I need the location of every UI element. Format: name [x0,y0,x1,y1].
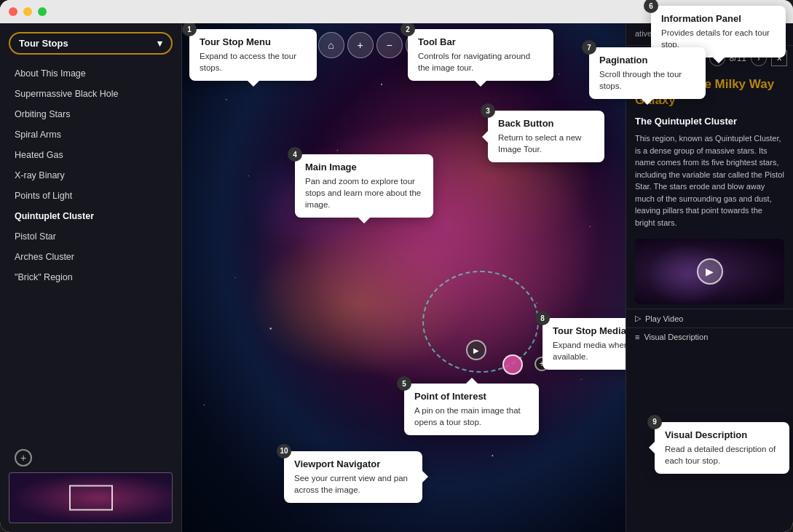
list-item[interactable]: About This Image [0,63,181,84]
add-poi-button[interactable]: + [534,357,549,371]
list-item[interactable]: Pistol Star [0,226,181,247]
visual-description-link[interactable]: ≡ Visual Description [626,327,793,346]
main-container: Tour Stops ▾ About This Image Supermassi… [0,23,793,532]
back-button[interactable]: ↩ [464,32,490,58]
right-panel: atives Vide ‹ 8/11 › ✕ Center of the Mil… [626,23,793,532]
title-bar [0,0,793,23]
minimize-window-btn[interactable] [23,7,32,16]
pagination-total: 11 [737,53,746,63]
list-item[interactable]: Spiral Arms [0,124,181,145]
pagination-display: 8/11 [730,53,746,63]
app-frame: Tour Stops ▾ About This Image Supermassi… [0,0,793,532]
pagination-prev-button[interactable]: ‹ [709,50,725,66]
tab-video[interactable]: Vide [668,23,690,45]
play-video-link[interactable]: ▷ Play Video [626,309,793,327]
zoom-in-button[interactable]: + [347,32,374,58]
panel-subtitle: The Quintuplet Cluster [626,111,793,130]
sidebar: Tour Stops ▾ About This Image Supermassi… [0,23,182,532]
media-play-button[interactable]: ▶ [697,258,723,285]
panel-media-thumbnail[interactable]: ▶ [635,239,784,304]
list-item[interactable]: X-ray Binary [0,165,181,186]
stars-visual [182,23,626,532]
visual-description-label: Visual Description [644,333,708,341]
list-item[interactable]: Heated Gas [0,145,181,165]
tab-narratives[interactable]: atives [632,23,659,45]
list-item[interactable]: Arches Cluster [0,247,181,267]
main-image[interactable]: ⌂ + − ◉ ⛶ ↩ ▶ + [182,23,626,532]
panel-description: This region, known as Quintuplet Cluster… [626,130,793,234]
list-item[interactable]: Supermassive Black Hole [0,84,181,104]
viewport-box [69,485,113,511]
add-tour-stop-button[interactable]: + [15,449,32,467]
panel-main-title: Center of the Milky Way Galaxy [626,71,793,111]
view-button[interactable]: ◉ [406,32,432,58]
pagination-next-button[interactable]: › [751,50,767,66]
list-item[interactable]: Points of Light [0,186,181,206]
play-video-label: Play Video [645,314,683,323]
fullscreen-button[interactable]: ⛶ [435,32,461,58]
toolbar: ⌂ + − ◉ ⛶ ↩ [318,32,490,58]
close-window-btn[interactable] [9,7,17,16]
panel-close-button[interactable]: ✕ [771,50,787,66]
list-icon: ≡ [635,333,639,341]
viewport-navigator[interactable] [9,472,173,523]
tour-stops-dropdown-label: Tour Stops [19,38,68,49]
zoom-out-button[interactable]: − [376,32,403,58]
chevron-down-icon: ▾ [157,38,162,49]
maximize-window-btn[interactable] [38,7,47,16]
panel-tabs: atives Vide [626,23,793,46]
tour-stop-media-play[interactable]: ▶ [466,340,486,360]
list-item[interactable]: Orbiting Stars [0,104,181,124]
play-video-icon: ▷ [635,314,641,323]
home-button[interactable]: ⌂ [318,32,344,58]
tour-stops-list: About This Image Supermassive Black Hole… [0,60,181,443]
tour-stops-dropdown[interactable]: Tour Stops ▾ [9,32,173,55]
poi-pin[interactable] [502,354,523,375]
list-item[interactable]: "Brick" Region [0,267,181,287]
list-item-active[interactable]: Quintuplet Cluster [0,206,181,226]
